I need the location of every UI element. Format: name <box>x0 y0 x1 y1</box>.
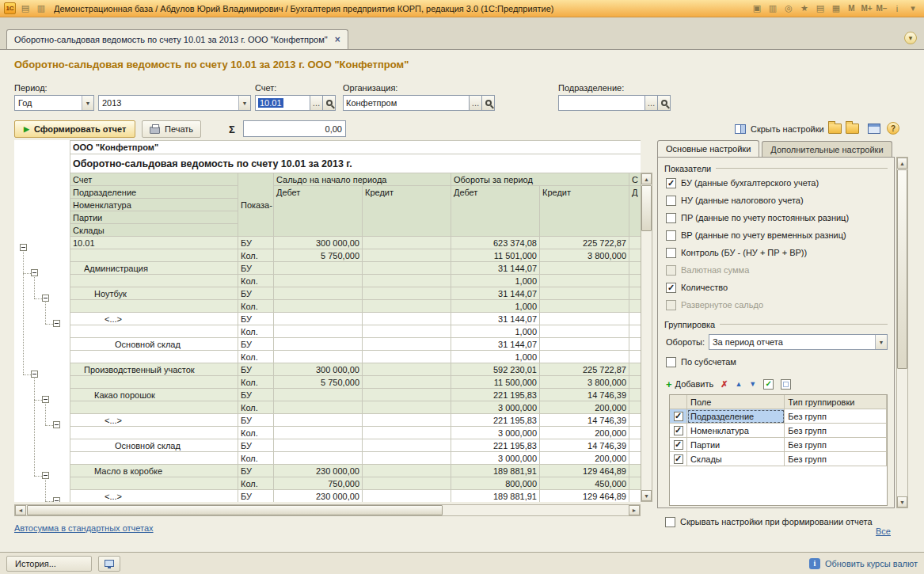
account-field[interactable]: 10.01 … <box>255 95 336 111</box>
report-cell[interactable]: 3 800,000 <box>540 249 629 262</box>
column-header-debit-clipped[interactable]: Д <box>629 186 641 237</box>
report-cell[interactable] <box>540 338 629 351</box>
column-header-division[interactable]: Подразделение <box>70 186 238 199</box>
report-cell[interactable]: Кол. <box>238 427 274 439</box>
report-cell[interactable]: БУ <box>238 439 274 452</box>
horizontal-scroll-thumb[interactable] <box>27 505 443 515</box>
column-header-debit[interactable]: Дебет <box>451 186 540 237</box>
grouping-type-cell[interactable]: Без групп <box>785 452 887 466</box>
tab-main-settings[interactable]: Основные настройки <box>657 140 759 157</box>
report-cell[interactable]: 11 501,000 <box>451 249 540 262</box>
chevron-down-icon[interactable]: ▼ <box>82 96 93 110</box>
report-cell[interactable] <box>274 325 363 338</box>
grouping-header-type[interactable]: Тип группировки <box>785 395 887 409</box>
report-cell[interactable]: 31 144,07 <box>451 287 540 300</box>
column-header-credit[interactable]: Кредит <box>540 186 629 237</box>
organization-field[interactable]: Конфетпром … <box>343 95 495 111</box>
add-grouping-button[interactable]: + Добавить <box>666 379 713 390</box>
report-cell[interactable]: <...> <box>70 490 238 502</box>
report-cell[interactable] <box>70 477 238 490</box>
report-cell[interactable] <box>274 275 363 287</box>
tree-collapse-button[interactable] <box>42 472 49 479</box>
grouping-row-checkbox[interactable]: ✓ <box>670 424 687 438</box>
report-cell[interactable]: БУ <box>238 363 274 376</box>
report-cell[interactable]: БУ <box>238 287 274 300</box>
report-cell[interactable]: Кол. <box>238 275 274 287</box>
report-cell[interactable] <box>629 414 641 427</box>
report-cell[interactable] <box>629 439 641 452</box>
all-link[interactable]: Все <box>876 526 891 536</box>
report-cell[interactable] <box>363 237 451 249</box>
report-cell[interactable] <box>540 275 629 287</box>
division-field[interactable]: … <box>558 95 671 111</box>
report-cell[interactable] <box>274 287 363 300</box>
open-form-icon[interactable]: ▥ <box>34 2 48 15</box>
tree-collapse-button[interactable] <box>31 371 38 378</box>
report-cell[interactable] <box>629 477 641 490</box>
report-cell[interactable] <box>629 452 641 465</box>
indicator-checkbox[interactable]: Валютная сумма <box>658 261 894 279</box>
report-cell[interactable]: 129 464,89 <box>540 490 629 502</box>
report-cell[interactable]: БУ <box>238 389 274 401</box>
report-cell[interactable] <box>363 338 451 351</box>
report-vertical-scrollbar[interactable]: ▲ ▼ <box>641 173 652 502</box>
indicator-checkbox[interactable]: Развернутое сальдо <box>658 296 894 314</box>
open-windows-dropdown-icon[interactable]: ▾ <box>904 32 917 44</box>
report-cell[interactable] <box>70 300 238 313</box>
report-cell[interactable] <box>629 376 641 389</box>
grouping-row-checkbox[interactable]: ✓ <box>670 452 687 466</box>
grouping-row-checkbox[interactable]: ✓ <box>670 409 687 424</box>
update-currency-rates-link[interactable]: i Обновить курсы валют <box>809 558 918 569</box>
report-cell[interactable] <box>274 414 363 427</box>
memory-mplus-button[interactable]: M+ <box>860 2 873 15</box>
report-cell[interactable]: 450,000 <box>540 477 629 490</box>
report-cell[interactable] <box>70 452 238 465</box>
calculator-icon[interactable]: ▤ <box>813 2 827 15</box>
find-icon[interactable]: ◎ <box>781 2 796 15</box>
report-cell[interactable] <box>363 439 451 452</box>
report-cell[interactable]: Какао порошок <box>70 389 238 401</box>
move-down-icon[interactable]: ▼ <box>749 380 756 388</box>
report-cell[interactable]: 189 881,91 <box>451 490 540 502</box>
grouping-type-cell[interactable]: Без групп <box>785 438 887 452</box>
division-lookup-button[interactable] <box>658 95 671 111</box>
column-header-account[interactable]: Счет <box>70 173 238 186</box>
report-cell[interactable]: 225 722,87 <box>540 363 629 376</box>
tree-collapse-button[interactable] <box>42 295 49 302</box>
report-cell[interactable] <box>70 249 238 262</box>
indicator-checkbox[interactable]: НУ (данные налогового учета) <box>658 192 894 209</box>
tab-close-icon[interactable]: × <box>335 35 340 44</box>
memory-mminus-button[interactable]: M− <box>875 2 888 15</box>
report-cell[interactable]: Кол. <box>238 452 274 465</box>
column-header-indicators[interactable]: Показа- тели <box>238 173 274 237</box>
report-cell[interactable]: Кол. <box>238 300 274 313</box>
organization-lookup-button[interactable] <box>482 95 495 111</box>
favorites-star-icon[interactable]: ★ <box>797 2 812 15</box>
report-cell[interactable] <box>540 325 629 338</box>
report-cell[interactable]: 1,000 <box>451 275 540 287</box>
tree-collapse-button[interactable] <box>42 396 49 403</box>
report-cell[interactable] <box>629 262 641 275</box>
report-cell[interactable] <box>274 313 363 325</box>
tree-collapse-button[interactable] <box>53 421 60 428</box>
report-cell[interactable] <box>363 389 451 401</box>
report-cell[interactable]: 11 500,000 <box>451 376 540 389</box>
form-settings-icon[interactable] <box>868 124 880 134</box>
report-cell[interactable]: <...> <box>70 414 238 427</box>
grouping-field-cell[interactable]: Склады <box>687 452 785 466</box>
report-cell[interactable] <box>70 351 238 363</box>
chevron-down-icon[interactable]: ▼ <box>238 96 250 110</box>
grouping-field-cell[interactable]: Партии <box>687 438 785 452</box>
report-cell[interactable]: БУ <box>238 313 274 325</box>
grouping-row[interactable]: ✓СкладыБез групп <box>670 452 887 466</box>
report-cell[interactable]: Масло в коробке <box>70 465 238 477</box>
report-cell[interactable] <box>274 389 363 401</box>
report-cell[interactable]: 623 374,08 <box>451 237 540 249</box>
column-header-closing-clipped[interactable]: С <box>629 173 641 186</box>
copy-icon[interactable]: ▥ <box>766 2 780 15</box>
report-cell[interactable] <box>70 325 238 338</box>
hide-settings-button[interactable]: Скрыть настройки <box>735 121 824 137</box>
indicator-checkbox[interactable]: ✓Количество <box>658 279 894 296</box>
turnover-combobox[interactable]: За период отчета ▼ <box>709 334 888 350</box>
uncheck-all-icon[interactable] <box>781 379 791 390</box>
